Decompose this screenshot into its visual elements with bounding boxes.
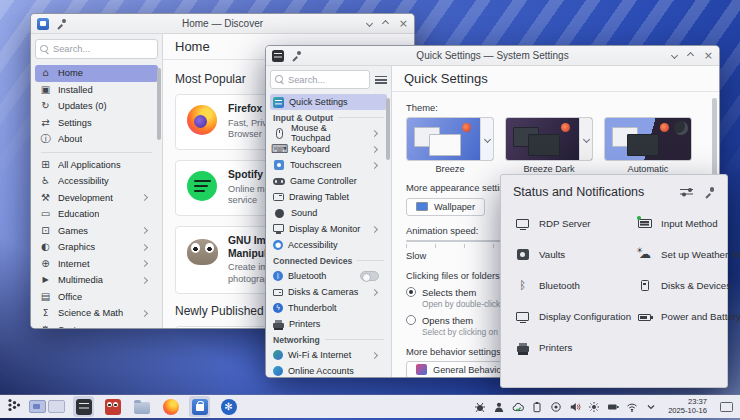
status-item-bluetooth[interactable]: ᛒBluetooth	[513, 270, 631, 301]
theme-card-breeze[interactable]: Breeze	[406, 117, 494, 174]
sidebar-item-keyboard[interactable]: Keyboard	[270, 141, 387, 157]
taskbar-blue-swirl-app[interactable]: ✻	[218, 396, 239, 417]
taskbar-file-manager[interactable]	[131, 396, 152, 417]
pin-icon[interactable]	[57, 19, 67, 29]
sidebar-item-updates[interactable]: Updates (0)	[35, 98, 158, 115]
search-input[interactable]	[53, 44, 157, 54]
sidebar-item-home[interactable]: Home	[35, 65, 158, 82]
taskbar-firefox[interactable]	[160, 396, 181, 417]
status-item-printers[interactable]: Printers	[513, 332, 631, 363]
sidebar-item-wifi-internet[interactable]: Wi-Fi & Internet	[270, 347, 387, 363]
settings-search[interactable]	[270, 70, 370, 89]
chevron-right-icon	[371, 161, 378, 168]
show-desktop-button[interactable]	[720, 402, 733, 412]
hamburger-menu-icon[interactable]	[375, 76, 387, 84]
theme-dropdown-button[interactable]	[579, 118, 592, 160]
sidebar-item-printers[interactable]: Printers	[270, 316, 387, 332]
sidebar-item-games[interactable]: Games	[35, 223, 158, 240]
thunderbolt-icon: ϟ	[273, 303, 283, 313]
sidebar-item-about[interactable]: About	[35, 131, 158, 148]
tray-user-icon[interactable]	[493, 401, 505, 413]
tray-updates-icon[interactable]	[474, 401, 486, 413]
tray-battery-icon[interactable]	[607, 401, 619, 413]
maximize-icon[interactable]	[382, 20, 389, 27]
desktop-2[interactable]	[48, 400, 65, 413]
status-item-disks-devices[interactable]: Disks & Devices	[635, 270, 740, 301]
battery-icon	[637, 312, 652, 321]
sidebar-item-education[interactable]: Education	[35, 206, 158, 223]
monitor-icon	[273, 224, 284, 232]
sidebar-item-disks-cameras[interactable]: Disks & Cameras	[270, 284, 387, 300]
status-item-vaults[interactable]: Vaults	[513, 239, 631, 270]
taskbar-system-settings[interactable]	[73, 396, 94, 417]
search-input[interactable]	[288, 75, 369, 85]
sidebar-item-game-controller[interactable]: Game Controller	[270, 173, 387, 189]
general-behavior-button[interactable]: General Behavior	[406, 361, 515, 378]
tray-clipboard-icon[interactable]	[531, 401, 543, 413]
maximize-icon[interactable]	[687, 52, 694, 59]
sidebar-item-quick-settings[interactable]: Quick Settings	[270, 94, 387, 110]
sidebar-item-mouse-touchpad[interactable]: Mouse & Touchpad	[270, 125, 387, 141]
sidebar-item-sound[interactable]: Sound	[270, 205, 387, 221]
sidebar-item-all-applications[interactable]: All Applications	[35, 157, 158, 174]
pin-icon[interactable]	[705, 187, 715, 197]
minimize-icon[interactable]	[366, 20, 373, 27]
tray-expand-chevron-icon[interactable]	[645, 401, 657, 413]
bluetooth-toggle[interactable]	[360, 271, 379, 281]
discover-search[interactable]	[35, 39, 158, 59]
swirl-app-icon: ✻	[221, 399, 237, 415]
sidebar-item-accessibility[interactable]: Accessibility	[35, 173, 158, 190]
theme-dropdown-button[interactable]	[480, 118, 493, 160]
tray-brightness-icon[interactable]	[588, 401, 600, 413]
sidebar-item-science-math[interactable]: Science & Math	[35, 305, 158, 322]
sidebar-item-installed[interactable]: Installed	[35, 82, 158, 99]
sidebar-scrollbar[interactable]	[386, 98, 390, 160]
sidebar-scrollbar[interactable]	[157, 68, 161, 140]
taskbar: ✻ 23:37 2025-10-16	[0, 395, 740, 418]
moon-icon	[674, 121, 688, 135]
tray-volume-icon[interactable]	[569, 401, 581, 413]
sidebar-item-touchscreen[interactable]: Touchscreen	[270, 157, 387, 173]
sidebar-item-drawing-tablet[interactable]: Drawing Tablet	[270, 189, 387, 205]
configure-icon[interactable]	[680, 187, 693, 197]
close-icon[interactable]: ×	[704, 50, 713, 61]
sidebar-item-online-accounts[interactable]: Online Accounts	[270, 363, 387, 378]
system-settings-app-icon	[272, 50, 284, 62]
theme-card-breeze-dark[interactable]: Breeze Dark	[505, 117, 593, 174]
sidebar-item-internet[interactable]: Internet	[35, 256, 158, 273]
sidebar-item-graphics[interactable]: Graphics	[35, 239, 158, 256]
sidebar-item-settings[interactable]: Settings	[35, 115, 158, 132]
status-item-weather[interactable]: Set up Weather Report…	[635, 239, 740, 270]
app-launcher-icon[interactable]	[7, 398, 21, 416]
minimize-icon[interactable]	[671, 52, 678, 59]
theme-card-automatic[interactable]: Automatic	[604, 117, 692, 174]
status-item-input-method[interactable]: Input Method	[635, 208, 740, 239]
sidebar-item-accessibility[interactable]: ●Accessibility	[270, 237, 387, 253]
status-item-rdp-server[interactable]: RDP Server	[513, 208, 631, 239]
close-icon[interactable]: ×	[399, 18, 408, 29]
taskbar-gimp[interactable]	[102, 396, 123, 417]
tray-wifi-icon[interactable]	[626, 401, 638, 413]
sidebar-item-thunderbolt[interactable]: ϟThunderbolt	[270, 300, 387, 316]
window-title: Home — Discover	[31, 18, 414, 29]
taskbar-discover[interactable]	[189, 396, 210, 417]
sidebar-item-system[interactable]: System	[35, 322, 158, 330]
sidebar-item-office[interactable]: Office	[35, 289, 158, 306]
tray-cloud-sync-icon[interactable]	[512, 401, 524, 413]
wallpaper-button[interactable]: Wallpaper	[406, 198, 485, 216]
sidebar-separator	[41, 152, 152, 153]
disks-devices-icon	[637, 280, 652, 291]
sidebar-item-bluetooth[interactable]: ᛒBluetooth	[270, 268, 387, 284]
clock[interactable]: 23:37 2025-10-16	[668, 398, 707, 415]
desktop-1[interactable]	[29, 400, 46, 413]
tray-screen-record-icon[interactable]	[550, 401, 562, 413]
sidebar-item-development[interactable]: Development	[35, 190, 158, 207]
pin-icon[interactable]	[292, 51, 302, 61]
status-item-display-configuration[interactable]: Display Configuration	[513, 301, 631, 332]
status-item-power-battery[interactable]: Power and Battery	[635, 301, 740, 332]
virtual-desktop-pager[interactable]	[29, 400, 65, 413]
settings-titlebar[interactable]: Quick Settings — System Settings ×	[266, 46, 719, 66]
sidebar-item-display-monitor[interactable]: Display & Monitor	[270, 221, 387, 237]
sidebar-item-multimedia[interactable]: Multimedia	[35, 272, 158, 289]
discover-titlebar[interactable]: Home — Discover ×	[31, 14, 414, 34]
